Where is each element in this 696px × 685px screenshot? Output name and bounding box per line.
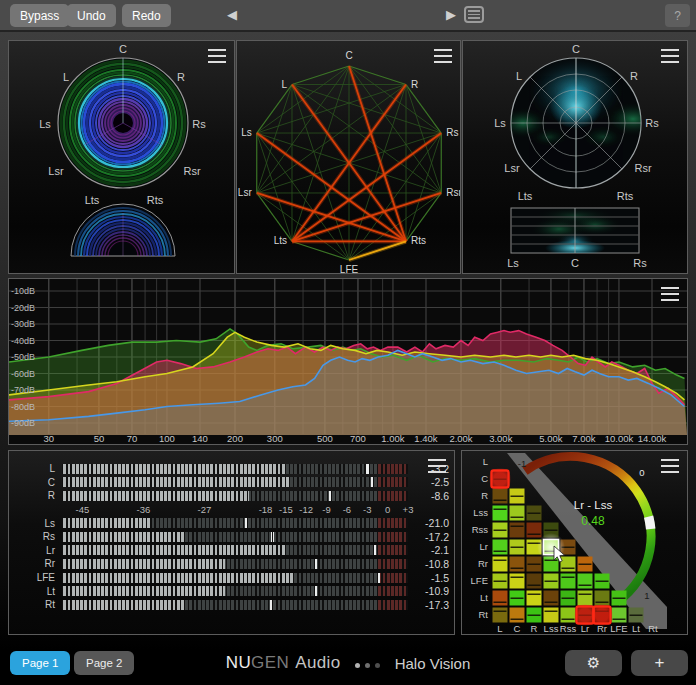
meter-bar bbox=[62, 600, 408, 610]
channel-label: Rs bbox=[633, 257, 647, 269]
matrix-row-label: C bbox=[481, 473, 488, 484]
page-indicator-dots bbox=[353, 654, 383, 672]
matrix-cell[interactable] bbox=[561, 608, 576, 623]
meter-scale-label: +3 bbox=[403, 504, 414, 515]
channel-label: Ls bbox=[39, 118, 51, 130]
matrix-cell[interactable] bbox=[527, 523, 542, 538]
meter-scale-label: -45 bbox=[75, 504, 89, 515]
gauge-min-label: -1 bbox=[518, 458, 526, 469]
meter-bar bbox=[62, 491, 408, 501]
matrix-col-label: R bbox=[531, 623, 538, 634]
halo-scope-canvas: C L R Ls Rs Lsr Rsr Lts Rts bbox=[9, 41, 234, 273]
undo-button[interactable]: Undo bbox=[67, 4, 116, 27]
matrix-cell[interactable] bbox=[510, 557, 525, 572]
matrix-cell[interactable] bbox=[510, 506, 525, 521]
matrix-col-label: Lr bbox=[581, 623, 589, 634]
channel-label: Rts bbox=[411, 235, 426, 246]
matrix-cell[interactable] bbox=[527, 574, 542, 589]
add-panel-button[interactable]: + bbox=[631, 650, 688, 676]
meter-value: -17.2 bbox=[408, 531, 454, 543]
play-icon[interactable]: ▶ bbox=[446, 7, 456, 22]
matrix-cell[interactable] bbox=[595, 591, 610, 606]
radar-canvas: C L R Ls Rs Lsr Rsr Lts Rts Ls C Rs bbox=[463, 41, 687, 273]
freq-axis-label: 1.40k bbox=[414, 433, 437, 444]
meter-row-Lt: Lt-10.9 bbox=[9, 584, 454, 598]
meter-channel-label: Lt bbox=[9, 586, 62, 597]
matrix-cell[interactable] bbox=[510, 608, 525, 623]
page1-button[interactable]: Page 1 bbox=[10, 651, 70, 675]
channel-label: L bbox=[281, 79, 287, 90]
meter-channel-label: L bbox=[9, 463, 62, 474]
matrix-cell[interactable] bbox=[544, 608, 559, 623]
db-axis-label: -90dB bbox=[11, 418, 35, 428]
panel-menu-icon[interactable] bbox=[208, 49, 226, 63]
freq-axis-label: 7.00k bbox=[572, 433, 595, 444]
matrix-col-label: Rss bbox=[560, 623, 577, 634]
matrix-col-label: L bbox=[497, 623, 502, 634]
meter-rows: L-3.2C-2.5R-8.6-45-36-27-18-15-12-9-6-30… bbox=[9, 462, 454, 612]
freq-axis-label: 3.00k bbox=[489, 433, 512, 444]
meter-channel-label: R bbox=[9, 490, 62, 501]
matrix-cell[interactable] bbox=[493, 557, 508, 572]
meter-bar bbox=[62, 532, 408, 542]
panel-menu-icon[interactable] bbox=[661, 287, 679, 301]
channel-label: C bbox=[572, 43, 580, 55]
meter-channel-label: C bbox=[9, 477, 62, 488]
meter-row-LFE: LFE-1.5 bbox=[9, 571, 454, 585]
product-name: Halo Vision bbox=[395, 655, 471, 672]
meter-value: -10.8 bbox=[408, 558, 454, 570]
meter-channel-label: Rr bbox=[9, 558, 62, 569]
freq-axis-label: 14.00k bbox=[638, 433, 667, 444]
surround-radar-panel: C L R Ls Rs Lsr Rsr Lts Rts Ls C Rs bbox=[462, 40, 688, 274]
redo-button[interactable]: Redo bbox=[122, 4, 171, 27]
meter-value: -2.5 bbox=[408, 476, 454, 488]
db-axis-label: -20dB bbox=[11, 303, 35, 313]
meter-row-Rr: Rr-10.8 bbox=[9, 557, 454, 571]
meter-scale-label: -15 bbox=[279, 504, 293, 515]
help-button[interactable]: ? bbox=[665, 4, 690, 27]
matrix-cell[interactable] bbox=[544, 591, 559, 606]
matrix-cell[interactable] bbox=[493, 591, 508, 606]
matrix-row-label: Lr bbox=[480, 541, 488, 552]
channel-label: Lsr bbox=[48, 165, 64, 177]
panel-menu-icon[interactable] bbox=[434, 49, 452, 63]
freq-axis-label: 700 bbox=[350, 433, 366, 444]
freq-axis-label: 50 bbox=[94, 433, 105, 444]
correlation-alert-edge bbox=[257, 193, 406, 242]
bypass-button[interactable]: Bypass bbox=[10, 4, 69, 27]
top-toolbar: Bypass Undo Redo ◀ ▶ ? bbox=[0, 0, 696, 32]
meter-scale-label: -9 bbox=[322, 504, 330, 515]
playlist-icon[interactable] bbox=[464, 6, 484, 23]
matrix-cell[interactable] bbox=[561, 574, 576, 589]
matrix-cell[interactable] bbox=[493, 489, 508, 504]
matrix-cell[interactable] bbox=[578, 591, 593, 606]
matrix-cell[interactable] bbox=[578, 574, 593, 589]
rewind-icon[interactable]: ◀ bbox=[227, 7, 237, 22]
channel-label: L bbox=[516, 70, 522, 82]
matrix-cell[interactable] bbox=[510, 574, 525, 589]
freq-axis-label: 2.00k bbox=[449, 433, 472, 444]
meter-scale-label: -18 bbox=[259, 504, 273, 515]
db-axis-label: -40dB bbox=[11, 336, 35, 346]
matrix-cell[interactable] bbox=[493, 506, 508, 521]
matrix-cell[interactable] bbox=[510, 523, 525, 538]
channel-label: Rts bbox=[617, 190, 634, 202]
meter-row-L: L-3.2 bbox=[9, 462, 454, 476]
meter-row-Ls: Ls-21.0 bbox=[9, 516, 454, 530]
matrix-cell[interactable] bbox=[561, 557, 576, 572]
panel-menu-icon[interactable] bbox=[661, 49, 679, 63]
panel-menu-icon[interactable] bbox=[428, 459, 446, 473]
matrix-cell[interactable] bbox=[527, 591, 542, 606]
settings-button[interactable]: ⚙ bbox=[565, 650, 622, 676]
meter-value: -8.6 bbox=[408, 490, 454, 502]
matrix-cell[interactable] bbox=[493, 540, 508, 555]
meter-scale-label: 0 bbox=[385, 504, 390, 515]
matrix-cell[interactable] bbox=[612, 608, 627, 623]
page2-button[interactable]: Page 2 bbox=[74, 651, 134, 675]
matrix-cell[interactable] bbox=[493, 608, 508, 623]
matrix-cells[interactable] bbox=[493, 472, 644, 623]
matrix-row-label: Lt bbox=[480, 592, 488, 603]
panel-menu-icon[interactable] bbox=[661, 459, 679, 473]
matrix-row-label: LFE bbox=[471, 575, 488, 586]
correlation-matrix-canvas[interactable]: -1 0 1 Lr - Lss 0.48 LCRLssRssLrRrLFELtR… bbox=[462, 451, 687, 634]
